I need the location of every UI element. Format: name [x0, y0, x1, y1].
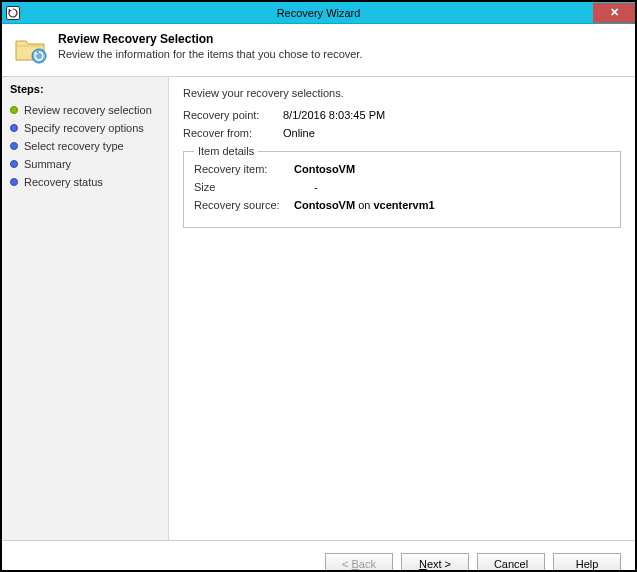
step-pending-icon	[10, 160, 18, 168]
step-select-type[interactable]: Select recovery type	[10, 137, 160, 155]
instruction-text: Review your recovery selections.	[183, 87, 621, 99]
size-value: -	[294, 181, 318, 193]
recovery-source-value: ContosoVM on vcentervm1	[294, 199, 435, 211]
wizard-footer: < Back Next > Cancel Help	[2, 540, 635, 572]
back-button[interactable]: < Back	[325, 553, 393, 573]
step-active-icon	[10, 106, 18, 114]
steps-sidebar: Steps: Review recovery selection Specify…	[2, 77, 169, 540]
window-title: Recovery Wizard	[2, 7, 635, 19]
step-label: Review recovery selection	[24, 104, 152, 116]
item-details-legend: Item details	[194, 145, 258, 157]
step-label: Specify recovery options	[24, 122, 144, 134]
step-summary[interactable]: Summary	[10, 155, 160, 173]
step-pending-icon	[10, 178, 18, 186]
cancel-button[interactable]: Cancel	[477, 553, 545, 573]
step-pending-icon	[10, 142, 18, 150]
main-panel: Review your recovery selections. Recover…	[169, 77, 635, 540]
size-row: Size -	[194, 181, 610, 193]
recovery-point-label: Recovery point:	[183, 109, 283, 121]
recovery-point-row: Recovery point: 8/1/2016 8:03:45 PM	[183, 109, 621, 121]
step-label: Select recovery type	[24, 140, 124, 152]
help-button[interactable]: Help	[553, 553, 621, 573]
step-pending-icon	[10, 124, 18, 132]
item-details-group: Item details Recovery item: ContosoVM Si…	[183, 145, 621, 228]
step-label: Recovery status	[24, 176, 103, 188]
titlebar: Recovery Wizard ✕	[2, 2, 635, 24]
page-header: Review Recovery Selection Review the inf…	[2, 24, 635, 76]
recovery-source-row: Recovery source: ContosoVM on vcentervm1	[194, 199, 610, 211]
svg-point-0	[32, 49, 46, 63]
page-subtitle: Review the information for the items tha…	[58, 48, 362, 60]
recover-from-label: Recover from:	[183, 127, 283, 139]
recovery-folder-icon	[14, 34, 48, 64]
size-label: Size	[194, 181, 294, 193]
step-review-selection[interactable]: Review recovery selection	[10, 101, 160, 119]
steps-heading: Steps:	[10, 83, 160, 95]
recover-from-row: Recover from: Online	[183, 127, 621, 139]
recovery-point-value: 8/1/2016 8:03:45 PM	[283, 109, 385, 121]
recover-from-value: Online	[283, 127, 315, 139]
step-label: Summary	[24, 158, 71, 170]
step-recovery-status[interactable]: Recovery status	[10, 173, 160, 191]
step-specify-options[interactable]: Specify recovery options	[10, 119, 160, 137]
recovery-source-label: Recovery source:	[194, 199, 294, 211]
recovery-item-label: Recovery item:	[194, 163, 294, 175]
page-title: Review Recovery Selection	[58, 32, 362, 46]
next-button[interactable]: Next >	[401, 553, 469, 573]
wizard-body: Steps: Review recovery selection Specify…	[2, 76, 635, 540]
recovery-item-value: ContosoVM	[294, 163, 355, 175]
recovery-item-row: Recovery item: ContosoVM	[194, 163, 610, 175]
